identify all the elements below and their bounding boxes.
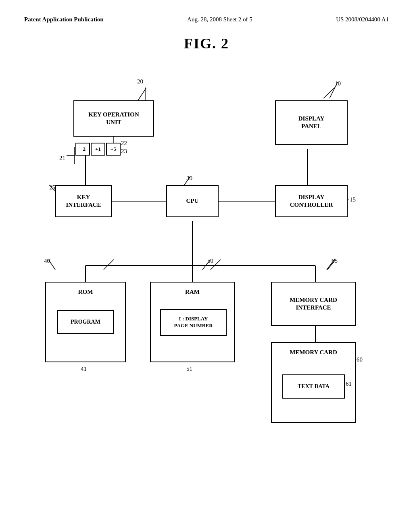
svg-line-0 xyxy=(138,88,146,100)
header: Patent Application Publication Aug. 28, … xyxy=(24,16,389,23)
ref-10: 10 xyxy=(335,80,341,87)
ref-60: 60 xyxy=(357,356,363,363)
key-interface-box: KEY INTERFACE xyxy=(55,185,112,217)
header-patent-number: US 2008/0204400 A1 xyxy=(336,16,389,23)
page: Patent Application Publication Aug. 28, … xyxy=(0,0,413,532)
key-operation-unit-box: KEY OPERATION UNIT xyxy=(73,100,154,137)
btn-plus5: +5 xyxy=(106,143,121,156)
ref-51: 51 xyxy=(186,366,192,372)
ref-30: 30 xyxy=(186,175,192,182)
diagram: 20 KEY OPERATION UNIT 22 23 −2 +1 +5 21 … xyxy=(33,76,380,471)
ref-61: 61 xyxy=(346,380,352,387)
btn-minus2: −2 xyxy=(75,143,90,156)
ref-40: 40 xyxy=(44,258,50,264)
ref-65: 65 xyxy=(332,258,338,264)
header-date-sheet: Aug. 28, 2008 Sheet 2 of 5 xyxy=(187,16,252,23)
key-buttons-row: −2 +1 +5 xyxy=(75,143,121,156)
text-data-box: TEXT DATA xyxy=(282,374,345,399)
display-page-number-box: I : DISPLAY PAGE NUMBER xyxy=(160,309,227,336)
ref-21: 21 xyxy=(59,155,65,162)
ref-23: 23 xyxy=(121,148,127,155)
memory-card-interface-box: MEMORY CARD INTERFACE xyxy=(271,282,356,326)
cpu-box: CPU xyxy=(166,185,219,217)
display-panel-box: DISPLAY PANEL xyxy=(275,100,348,145)
btn-plus1: +1 xyxy=(91,143,105,156)
header-publication: Patent Application Publication xyxy=(24,16,104,23)
svg-line-14 xyxy=(104,260,114,270)
ref-22: 22 xyxy=(121,140,127,147)
svg-line-12 xyxy=(323,87,335,98)
display-controller-box: DISPLAY CONTROLLER xyxy=(275,185,348,217)
program-box: PROGRAM xyxy=(57,310,114,334)
ref-41: 41 xyxy=(81,366,87,372)
ref-50: 50 xyxy=(207,258,213,264)
ref-25: 25 xyxy=(49,184,55,191)
ref-20: 20 xyxy=(137,78,143,85)
figure-title: FIG. 2 xyxy=(24,35,389,52)
ref-15: 15 xyxy=(350,196,356,203)
